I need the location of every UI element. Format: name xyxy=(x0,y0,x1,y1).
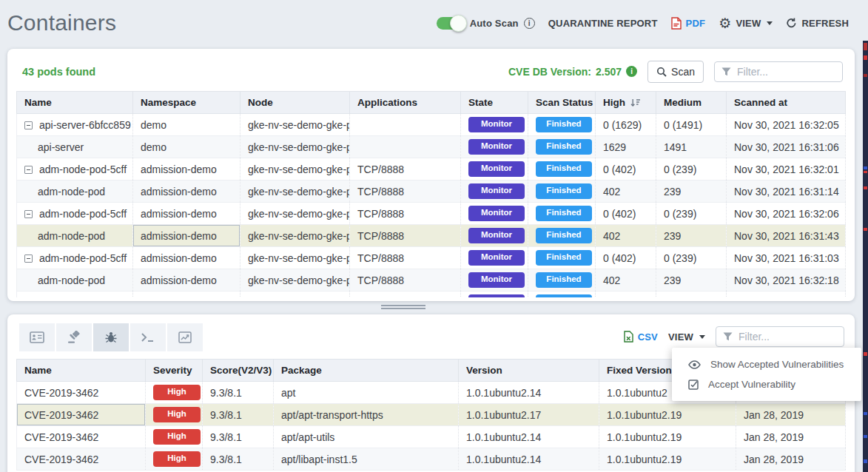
scan-button[interactable]: Scan xyxy=(647,61,704,83)
column-header[interactable]: Version xyxy=(459,360,599,382)
tab-process[interactable] xyxy=(130,323,166,351)
tab-vulnerabilities[interactable] xyxy=(93,323,129,351)
column-header[interactable]: Scanned at xyxy=(727,92,846,114)
cell-node: gke-nv-se-demo-gke-pr xyxy=(240,181,350,203)
terminal-icon xyxy=(141,332,155,343)
cell-version: 1.0.1ubuntu2.14 xyxy=(459,382,599,404)
cell-medium: 0 (1491) xyxy=(656,114,727,136)
cell-node: gke-nv-se-demo-gke-pr xyxy=(240,158,350,181)
quarantine-report-button[interactable]: QUARANTINE REPORT xyxy=(548,18,658,29)
collapse-toggle-icon[interactable] xyxy=(24,166,33,174)
tab-details[interactable] xyxy=(19,323,55,351)
pod-row[interactable]: api-server-6bfcc859demogke-nv-se-demo-gk… xyxy=(17,114,846,136)
scan-status-badge: Finished xyxy=(536,228,592,243)
cell-cve-name: CVE-2019-3462 xyxy=(17,448,146,471)
pdf-export-button[interactable]: PDF xyxy=(671,17,706,30)
csv-export-button[interactable]: CSV xyxy=(624,331,658,343)
cell-state: Monitor xyxy=(461,114,528,136)
column-header[interactable]: Medium xyxy=(656,92,727,114)
cell-score: 9.3/8.1 xyxy=(203,404,274,426)
tab-stats[interactable] xyxy=(167,323,203,351)
column-header[interactable]: High xyxy=(596,92,656,114)
edge-mark xyxy=(864,352,867,356)
tab-compliance[interactable] xyxy=(56,323,92,351)
vulns-filter xyxy=(716,326,844,347)
search-icon xyxy=(656,67,667,77)
state-badge: Monitor xyxy=(468,183,525,199)
cell-node: gke-nv-se-demo-gke-pr xyxy=(240,136,350,158)
cell-namespace: admission-demo xyxy=(133,247,240,269)
column-header[interactable]: Node xyxy=(240,92,350,114)
cell-severity: High xyxy=(146,404,203,426)
edge-mark xyxy=(864,435,867,438)
column-header[interactable]: Name xyxy=(17,92,133,114)
vulns-toolbar: CSV VIEW xyxy=(16,314,846,351)
page-title: Containers xyxy=(7,10,116,36)
pod-row[interactable]: api-serverdemogke-nv-se-demo-gke-prMonit… xyxy=(17,136,846,158)
view-settings-button[interactable]: ⚙ VIEW xyxy=(719,16,773,30)
cell-scan-status: Finished xyxy=(528,136,596,158)
vulnerability-row[interactable]: CVE-2019-3462High9.3/8.1apt/apt-utils1.0… xyxy=(17,426,846,448)
column-header[interactable]: Name xyxy=(17,360,146,382)
collapse-toggle-icon[interactable] xyxy=(24,121,33,129)
cell-state: Monitor xyxy=(461,136,528,158)
cell-applications xyxy=(350,291,461,298)
pod-row[interactable]: adm-node-pod-5cffadmission-demogke-nv-se… xyxy=(17,247,846,269)
cell-published-date: Jan 28, 2019 xyxy=(736,404,846,426)
cell-high: 402 xyxy=(596,269,656,291)
auto-scan-toggle[interactable] xyxy=(437,17,465,30)
refresh-button[interactable]: REFRESH xyxy=(786,18,849,29)
pod-row[interactable]: adm-node-podadmission-demogke-nv-se-demo… xyxy=(17,181,846,203)
column-header[interactable]: Score(V2/V3) xyxy=(203,360,274,382)
cell-applications: TCP/8888 xyxy=(350,269,461,291)
scan-status-badge: Finished xyxy=(536,117,592,132)
column-header[interactable]: State xyxy=(461,92,528,114)
cell-scanned-at: Nov 30, 2021 16:31:06 xyxy=(727,136,846,158)
cell-namespace: admission-demo xyxy=(133,181,240,203)
cell-cve-name: CVE-2019-3462 xyxy=(17,404,146,426)
column-header[interactable]: Package xyxy=(274,360,459,382)
column-header[interactable]: Namespace xyxy=(133,92,240,114)
severity-badge: High xyxy=(153,407,201,422)
info-icon[interactable] xyxy=(524,18,535,29)
cell-medium: 1491 xyxy=(656,136,727,158)
cell-high: 0 (402) xyxy=(596,247,656,269)
filter-funnel-icon xyxy=(723,332,733,341)
vulns-view-button[interactable]: VIEW xyxy=(668,331,705,343)
panel-resize-handle[interactable] xyxy=(381,304,425,310)
column-header[interactable]: Applications xyxy=(350,92,461,114)
collapse-toggle-icon[interactable] xyxy=(24,210,33,218)
menu-item[interactable]: Accept Vulnerability xyxy=(672,374,861,394)
column-header[interactable]: Severity xyxy=(146,360,203,382)
cell-scanned-at xyxy=(727,291,846,298)
cell-severity: High xyxy=(146,382,203,404)
pods-header-row: NameNamespaceNodeApplicationsStateScan S… xyxy=(17,92,846,114)
edge-mark xyxy=(864,412,867,415)
cell-medium xyxy=(656,291,727,298)
cell-score: 9.3/8.1 xyxy=(203,448,274,471)
pod-row[interactable]: MonitorFinished xyxy=(17,291,846,298)
pods-filter-input[interactable] xyxy=(737,66,835,78)
pod-row[interactable]: adm-node-pod-5cffadmission-demogke-nv-se… xyxy=(17,158,846,181)
menu-item[interactable]: Show Accepted Vulnerabilities xyxy=(672,354,861,374)
state-badge: Monitor xyxy=(468,206,525,221)
collapse-toggle-icon[interactable] xyxy=(24,254,33,263)
pod-row[interactable]: adm-node-podadmission-demogke-nv-se-demo… xyxy=(17,269,846,291)
vulnerability-row[interactable]: CVE-2019-3462High9.3/8.1apt/apt-transpor… xyxy=(17,404,846,426)
cell-fixed-version: 1.0.1ubuntu2.19 xyxy=(599,448,736,471)
cell-name: api-server xyxy=(17,136,133,158)
cell-applications xyxy=(350,136,461,158)
column-header[interactable]: Scan Status xyxy=(528,92,596,114)
state-badge: Monitor xyxy=(468,161,525,177)
cell-scan-status: Finished xyxy=(528,291,596,298)
pod-row[interactable]: adm-node-podadmission-demogke-nv-se-demo… xyxy=(17,225,846,247)
cell-published-date: Jan 28, 2019 xyxy=(736,426,846,448)
vulnerability-row[interactable]: CVE-2019-3462High9.3/8.1apt/libapt-inst1… xyxy=(17,448,846,471)
gavel-icon xyxy=(67,331,81,344)
cell-published-date: Jan 28, 2019 xyxy=(736,448,846,471)
detail-tabs xyxy=(19,323,203,351)
cve-db-info-icon[interactable] xyxy=(626,66,637,77)
cell-scan-status: Finished xyxy=(528,225,596,247)
vulns-filter-input[interactable] xyxy=(739,331,837,343)
pod-row[interactable]: adm-node-pod-5cffadmission-demogke-nv-se… xyxy=(17,203,846,225)
